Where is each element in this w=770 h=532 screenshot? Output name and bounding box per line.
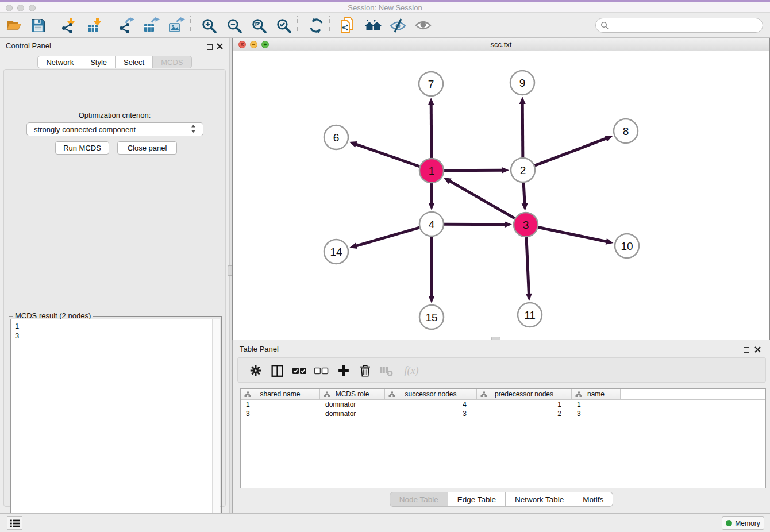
tab-motifs[interactable]: Motifs xyxy=(573,492,613,507)
clone-network-icon[interactable] xyxy=(338,17,357,34)
network-graph: 7968124314101511 xyxy=(233,51,769,339)
table-row[interactable]: 1dominator411 xyxy=(241,400,765,409)
node-table: shared nameMCDS rolesuccessor nodesprede… xyxy=(240,388,766,488)
graph-edge-1-6[interactable] xyxy=(355,144,419,167)
graph-node-label: 8 xyxy=(623,125,629,137)
zoom-out-icon[interactable] xyxy=(225,17,243,34)
graph-edge-1-2[interactable] xyxy=(444,170,503,171)
search-icon xyxy=(600,21,609,29)
float-panel-icon[interactable] xyxy=(207,42,213,52)
table-cell[interactable]: 4 xyxy=(385,400,477,409)
export-image-icon[interactable] xyxy=(168,17,186,34)
search-field xyxy=(595,18,763,33)
graph-edge-arrow xyxy=(526,294,532,301)
show-all-icon[interactable] xyxy=(414,17,432,34)
export-table-icon[interactable] xyxy=(143,17,161,34)
graph-edge-arrow xyxy=(349,242,357,249)
memory-status-icon xyxy=(726,520,732,526)
graph-node-label: 15 xyxy=(425,311,437,323)
select-all-icon[interactable] xyxy=(291,363,308,379)
control-panel-tabs: NetworkStyleSelectMCDS xyxy=(0,56,229,68)
tab-edge-table[interactable]: Edge Table xyxy=(448,492,506,507)
zoom-selected-icon[interactable] xyxy=(274,17,292,34)
network-canvas[interactable]: 7968124314101511 xyxy=(233,51,769,339)
toolbar-separator xyxy=(190,16,191,34)
delete-table-icon[interactable] xyxy=(378,363,395,379)
zoom-in-icon[interactable] xyxy=(199,17,218,34)
show-columns-icon[interactable] xyxy=(268,363,286,379)
save-session-icon[interactable] xyxy=(29,17,47,34)
table-cell[interactable]: 2 xyxy=(477,409,572,418)
table-panel-title: Table Panel xyxy=(240,345,279,353)
tab-select[interactable]: Select xyxy=(116,56,153,68)
graph-node-label: 6 xyxy=(333,132,340,144)
table-cell[interactable]: 3 xyxy=(572,409,621,418)
graph-edge-3-10[interactable] xyxy=(538,228,607,242)
table-cell[interactable]: 1 xyxy=(241,400,320,409)
table-header-row: shared nameMCDS rolesuccessor nodesprede… xyxy=(241,389,765,400)
toolbar-separator xyxy=(297,16,298,34)
window-titlebar: Session: New Session xyxy=(0,0,770,13)
task-history-icon[interactable] xyxy=(7,516,22,530)
import-table-icon[interactable] xyxy=(86,17,105,34)
column-header-predecessor-nodes[interactable]: predecessor nodes xyxy=(477,389,572,399)
table-settings-icon[interactable] xyxy=(247,363,264,379)
tab-mcds[interactable]: MCDS xyxy=(153,56,191,68)
zoom-fit-icon[interactable] xyxy=(249,17,268,34)
home-view-icon[interactable] xyxy=(364,17,382,34)
graph-node-label: 10 xyxy=(621,240,633,252)
graph-edge-2-8[interactable] xyxy=(535,138,607,165)
column-header-successor-nodes[interactable]: successor nodes xyxy=(385,389,477,399)
graph-edge-arrow xyxy=(502,167,509,174)
column-header-shared-name[interactable]: shared name xyxy=(241,389,320,399)
column-header-name[interactable]: name xyxy=(572,389,621,399)
table-cell[interactable]: 1 xyxy=(477,400,572,409)
graph-edge-4-3[interactable] xyxy=(444,224,506,225)
tab-node-table[interactable]: Node Table xyxy=(390,492,448,507)
graph-edge-4-14[interactable] xyxy=(356,228,419,246)
graph-edge-3-11[interactable] xyxy=(526,237,529,295)
network-window-titlebar[interactable]: × − + scc.txt xyxy=(233,38,769,51)
open-session-icon[interactable] xyxy=(5,17,23,34)
table-cell[interactable]: dominator xyxy=(320,400,385,409)
graph-edge-arrow xyxy=(519,97,526,104)
function-builder-icon[interactable]: f(x) xyxy=(399,363,424,379)
memory-label: Memory xyxy=(735,519,760,527)
table-cell[interactable]: 3 xyxy=(385,409,477,418)
tab-network-table[interactable]: Network Table xyxy=(506,492,573,507)
graph-node-label: 14 xyxy=(330,246,342,258)
hide-selection-icon[interactable] xyxy=(388,17,407,34)
table-cell[interactable]: 1 xyxy=(572,400,621,409)
refresh-layout-icon[interactable] xyxy=(307,17,325,34)
graph-edge-2-3[interactable] xyxy=(523,183,525,205)
criterion-dropdown[interactable]: strongly connected component xyxy=(26,122,203,136)
graph-edge-3-1[interactable] xyxy=(449,180,515,218)
deselect-all-icon[interactable] xyxy=(313,363,330,379)
close-table-panel-icon[interactable] xyxy=(754,345,761,355)
import-network-icon[interactable] xyxy=(60,17,78,34)
scrollbar-track[interactable] xyxy=(212,319,220,532)
graph-edge-1-7[interactable] xyxy=(431,104,432,158)
table-row[interactable]: 3dominator323 xyxy=(241,409,765,418)
tab-style[interactable]: Style xyxy=(82,56,116,68)
close-panel-button[interactable]: Close panel xyxy=(117,141,177,155)
close-panel-icon[interactable] xyxy=(217,41,223,52)
mcds-result-text[interactable]: 1 3 xyxy=(10,319,220,532)
add-column-icon[interactable] xyxy=(335,363,352,379)
export-network-icon[interactable] xyxy=(117,17,136,34)
table-cell[interactable]: dominator xyxy=(320,409,385,418)
delete-column-icon[interactable] xyxy=(356,363,374,379)
table-tabs: Node TableEdge TableNetwork TableMotifs xyxy=(233,492,770,507)
table-cell[interactable]: 3 xyxy=(241,409,320,418)
float-table-panel-icon[interactable] xyxy=(744,345,749,355)
main-area: Control Panel NetworkStyleSelectMCDS Opt… xyxy=(0,38,770,513)
run-mcds-button[interactable]: Run MCDS xyxy=(55,141,109,155)
tab-network[interactable]: Network xyxy=(37,56,82,68)
graph-node-label: 2 xyxy=(520,164,526,176)
graph-edge-2-9[interactable] xyxy=(522,103,523,157)
column-header-MCDS-role[interactable]: MCDS role xyxy=(320,389,385,399)
search-input[interactable] xyxy=(611,21,758,30)
mcds-result-lines: 1 3 xyxy=(11,319,220,342)
memory-button[interactable]: Memory xyxy=(722,516,764,530)
graph-node-label: 9 xyxy=(519,77,526,89)
